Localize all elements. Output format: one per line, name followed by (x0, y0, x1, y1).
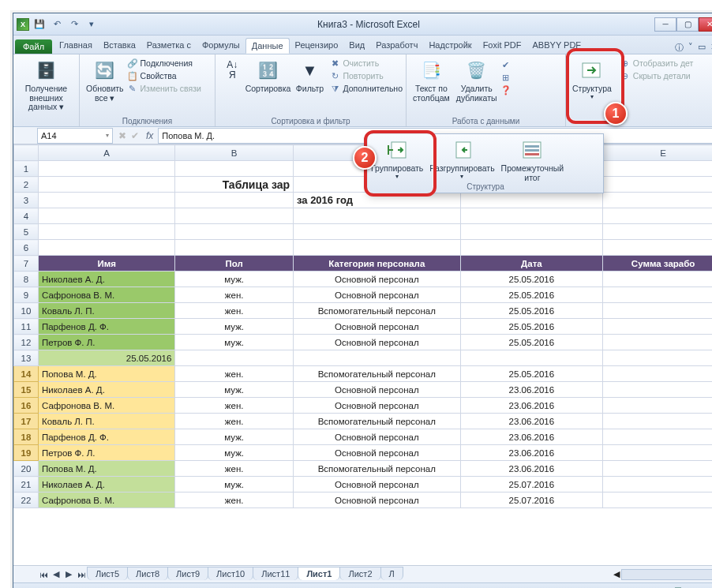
table-header[interactable]: Категория персонала (294, 256, 461, 272)
sheet-tab[interactable]: Лист9 (167, 567, 208, 580)
mdi-min-icon[interactable]: ▭ (698, 42, 706, 54)
cell[interactable]: Коваль Л. П. (38, 414, 174, 429)
cell[interactable]: муж. (175, 429, 294, 445)
table-header[interactable]: Сумма зарабо (603, 256, 712, 272)
sheet-tab[interactable]: Лист8 (127, 567, 168, 580)
consolidate-button[interactable]: ⊞ (500, 72, 512, 83)
help-icon[interactable]: ⓘ (675, 42, 684, 54)
sheet-nav-first[interactable]: ⏮ (37, 570, 50, 579)
undo-icon[interactable]: ↶ (50, 17, 64, 32)
cell[interactable]: жен. (175, 461, 294, 477)
row-header[interactable]: 4 (14, 208, 39, 224)
row-header[interactable]: 1 (14, 161, 39, 177)
ribbon-tab[interactable]: ABBYY PDF (527, 38, 587, 54)
cell[interactable]: 2 (603, 272, 712, 287)
row-header[interactable]: 17 (14, 414, 39, 429)
save-icon[interactable]: 💾 (32, 17, 47, 32)
sheet-tab[interactable]: Лист11 (253, 567, 298, 580)
cell[interactable]: Основной персонал (294, 477, 461, 492)
cell[interactable]: муж. (175, 477, 294, 492)
cell[interactable] (603, 224, 712, 240)
cell[interactable] (460, 208, 603, 224)
cell[interactable]: жен. (175, 398, 294, 414)
cell[interactable] (175, 193, 294, 208)
column-header[interactable]: A (38, 145, 174, 161)
row-header[interactable]: 6 (14, 240, 39, 256)
sheet-nav-prev[interactable]: ◀ (50, 569, 62, 579)
cell[interactable]: Вспомогательный персонал (294, 366, 461, 382)
cell[interactable]: 25.05.2016 (460, 335, 603, 350)
worksheet-grid[interactable]: ABCDE12Таблица зар3за 2016 год4567ИмяПол… (13, 144, 712, 565)
cell[interactable]: Вспомогательный персонал (294, 414, 461, 429)
cell[interactable] (294, 350, 461, 366)
cell[interactable]: Попова М. Д. (38, 366, 174, 382)
cell[interactable] (603, 350, 712, 366)
sheet-nav-last[interactable]: ⏭ (75, 570, 88, 579)
cell[interactable]: муж. (175, 319, 294, 335)
row-header[interactable]: 3 (14, 193, 39, 208)
sheet-tab[interactable]: Лист10 (208, 567, 253, 580)
cell[interactable]: Сафронова В. М. (38, 492, 174, 508)
properties-button[interactable]: 📋Свойства (127, 70, 201, 81)
cell[interactable] (460, 350, 603, 366)
select-all-button[interactable] (14, 145, 39, 161)
ribbon-tab[interactable]: Формулы (197, 38, 245, 54)
hide-detail-button[interactable]: ⊖Скрыть детали (620, 70, 694, 81)
cell[interactable]: 25.05.2016 (460, 319, 603, 335)
cell[interactable]: Основной персонал (294, 287, 461, 303)
row-header[interactable]: 15 (14, 382, 39, 398)
cell[interactable] (294, 240, 461, 256)
row-header[interactable]: 22 (14, 492, 39, 508)
sort-az-button[interactable]: A↓Я (219, 56, 246, 86)
cell[interactable]: Сафронова В. М. (38, 287, 174, 303)
advanced-filter-button[interactable]: ⧩Дополнительно (329, 83, 403, 94)
cell[interactable]: 25.07.2016 (460, 477, 603, 492)
row-header[interactable]: 16 (14, 398, 39, 414)
cell[interactable]: 1 (603, 414, 712, 429)
cell[interactable]: Основной персонал (294, 319, 461, 335)
cell[interactable]: 25.05.2016 (460, 366, 603, 382)
validation-button[interactable]: ✔ (500, 59, 512, 70)
cell[interactable]: 23.06.2016 (460, 414, 603, 429)
cell[interactable]: 9 (603, 366, 712, 382)
cell[interactable]: 23.06.2016 (460, 382, 603, 398)
cell[interactable] (175, 161, 294, 177)
cell[interactable]: 23.06.2016 (460, 398, 603, 414)
cell[interactable] (603, 161, 712, 177)
table-header[interactable]: Дата (460, 256, 603, 272)
structure-button[interactable]: Структура ▾ (569, 56, 615, 102)
row-header[interactable]: 13 (14, 350, 39, 366)
cell[interactable]: Николаев А. Д. (38, 382, 174, 398)
row-header[interactable]: 2 (14, 177, 39, 193)
row-header[interactable]: 5 (14, 224, 39, 240)
whatif-button[interactable]: ❓ (500, 84, 512, 96)
minimize-button[interactable]: ─ (654, 17, 676, 32)
cell[interactable]: 25.05.2016 (38, 350, 174, 366)
ribbon-tab[interactable]: Вид (343, 38, 370, 54)
ribbon-tab[interactable]: Надстройк (423, 38, 477, 54)
cell[interactable] (460, 240, 603, 256)
refresh-all-button[interactable]: 🔄 Обновить все ▾ (83, 56, 127, 104)
cell[interactable] (38, 193, 174, 208)
cell[interactable]: за 2016 год (294, 193, 461, 208)
cell[interactable]: Вспомогательный персонал (294, 303, 461, 319)
filter-button[interactable]: ▼ Фильтр (290, 56, 329, 96)
cell[interactable]: жен. (175, 492, 294, 508)
redo-icon[interactable]: ↷ (67, 17, 81, 32)
cell[interactable]: 1 (603, 287, 712, 303)
row-header[interactable]: 11 (14, 319, 39, 335)
minimize-ribbon-icon[interactable]: ˅ (688, 42, 693, 54)
maximize-button[interactable]: ▢ (676, 17, 699, 32)
cell[interactable]: 2 (603, 382, 712, 398)
cell[interactable]: 25.05.2016 (460, 303, 603, 319)
cell[interactable]: Коваль Л. П. (38, 303, 174, 319)
cell[interactable]: 1 (603, 445, 712, 461)
sheet-tab[interactable]: Лист1 (298, 567, 340, 580)
cell[interactable]: 1 (603, 398, 712, 414)
cell[interactable] (175, 240, 294, 256)
cell[interactable]: Парфенов Д. Ф. (38, 429, 174, 445)
cell[interactable] (175, 208, 294, 224)
ribbon-tab[interactable]: Главная (54, 38, 98, 54)
cell[interactable]: 9 (603, 461, 712, 477)
cell[interactable] (294, 224, 461, 240)
